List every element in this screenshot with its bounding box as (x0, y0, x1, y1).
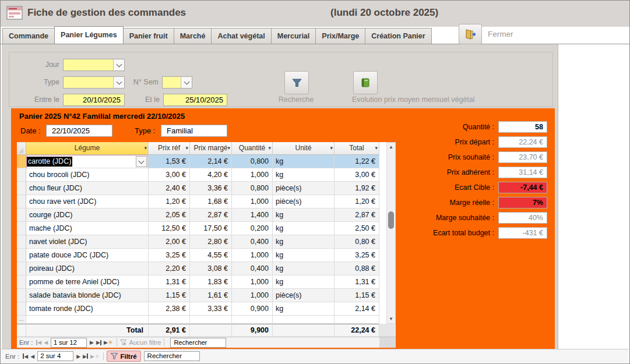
close-form-button[interactable] (459, 24, 482, 44)
previous-record-button[interactable]: ◀ (44, 340, 48, 345)
column-header-prix-ref[interactable]: Prix réf▾ (149, 142, 190, 155)
unite-cell[interactable]: pièce(s) (273, 195, 335, 208)
row-selector[interactable] (17, 235, 26, 249)
quantite-cell[interactable]: 0,800 (232, 155, 273, 168)
table-row[interactable]: salade batavia blonde (JDC) salade batav… (17, 289, 396, 302)
prix-ref-cell[interactable]: 1,31 € (149, 275, 190, 289)
chevron-down-icon[interactable] (181, 77, 192, 88)
tab[interactable]: Marché (174, 28, 212, 44)
table-row[interactable]: patate douce JDC (JDC) patate douce JDC … (17, 249, 396, 262)
quantite-cell[interactable]: 0,400 (232, 262, 273, 275)
unite-cell[interactable]: pièce(s) (273, 289, 335, 302)
table-row[interactable]: chou rave vert (JDC) chou rave vert (JDC… (17, 195, 396, 208)
row-selector[interactable] (17, 222, 26, 235)
prix-marge-cell[interactable]: 4,55 € (190, 249, 232, 262)
row-selector[interactable] (17, 289, 26, 302)
scroll-down-icon[interactable]: ▼ (387, 314, 395, 323)
total-cell[interactable]: 1,92 € (335, 182, 379, 195)
next-record-button[interactable]: ▶ (76, 354, 80, 359)
prix-marge-cell[interactable]: 4,20 € (190, 168, 232, 182)
legume-cell[interactable]: navet violet (JDC) navet violet (JDC) (26, 235, 149, 249)
total-cell[interactable]: 3,25 € (335, 249, 379, 262)
date-debut-field[interactable]: 20/10/2025 (63, 94, 125, 106)
tab[interactable]: Commande (2, 28, 55, 44)
new-record-button[interactable]: ▶✳ (90, 354, 99, 359)
legume-combo-editor[interactable]: carotte (JDC) (26, 155, 148, 168)
total-cell[interactable]: 1,20 € (335, 195, 379, 208)
quantite-cell[interactable]: 0,200 (232, 222, 273, 235)
total-cell[interactable]: 1,22 € (335, 155, 379, 168)
chevron-down-icon[interactable] (113, 59, 124, 70)
unite-cell[interactable]: kg (273, 208, 335, 222)
num-semaine-combo[interactable] (162, 76, 192, 89)
jour-combo[interactable] (63, 59, 125, 71)
form-search-input[interactable]: Rechercher (144, 351, 200, 361)
column-header-legume[interactable]: Légume▾ (26, 142, 149, 155)
record-position-box[interactable]: 2 sur 4 (37, 351, 73, 361)
quantite-cell[interactable]: 1,000 (232, 168, 273, 182)
subform-search-input[interactable]: Rechercher (170, 338, 226, 348)
prix-marge-cell[interactable]: 1,68 € (190, 195, 232, 208)
table-row[interactable]: courge (JDC) courge (JDC) 2,05 € 2,87 € … (17, 208, 396, 222)
legume-cell[interactable]: mache (JDC) mache (JDC) (26, 222, 149, 235)
prix-ref-cell[interactable]: 2,38 € (149, 302, 190, 316)
first-record-button[interactable]: ◀ (23, 354, 28, 359)
column-dropdown-icon[interactable]: ▾ (268, 142, 271, 154)
row-selector[interactable] (17, 182, 26, 195)
chevron-down-icon[interactable] (136, 156, 147, 167)
last-record-button[interactable]: ▶ (96, 340, 101, 345)
prix-ref-cell[interactable]: 2,20 € (149, 262, 190, 275)
prix-ref-cell[interactable]: 2,00 € (149, 235, 190, 249)
legume-cell[interactable]: tomate ronde (JDC) tomate ronde (JDC) (26, 302, 149, 316)
table-row[interactable]: carotte (JDC) carotte (JDC) 1,53 € 2,14 … (17, 155, 396, 168)
prix-marge-cell[interactable]: 3,33 € (190, 302, 232, 316)
column-dropdown-icon[interactable]: ▾ (144, 142, 147, 154)
table-row[interactable]: chou brocoli (JDC) chou brocoli (JDC) 3,… (17, 168, 396, 182)
prix-ref-cell[interactable]: 2,40 € (149, 182, 190, 195)
table-row[interactable]: pomme de terre Aniel (JDC) pomme de terr… (17, 275, 396, 289)
quantite-cell[interactable]: 0,400 (232, 235, 273, 249)
table-row[interactable]: mache (JDC) mache (JDC) 12,50 € 17,50 € … (17, 222, 396, 235)
prix-ref-cell[interactable]: 3,00 € (149, 168, 190, 182)
quantite-cell[interactable]: 1,000 (232, 275, 273, 289)
legume-cell[interactable]: carotte (JDC) carotte (JDC) (26, 155, 149, 168)
unite-cell[interactable]: kg (273, 155, 335, 168)
prix-ref-cell[interactable]: 1,20 € (149, 195, 190, 208)
prix-ref-cell[interactable]: 12,50 € (149, 222, 190, 235)
record-position-box[interactable]: 1 sur 12 (51, 338, 87, 348)
legume-cell[interactable]: poireau (JDC) poireau (JDC) (26, 262, 149, 275)
evolution-prix-button[interactable] (353, 71, 378, 94)
column-header-unite[interactable]: Unité▾ (273, 142, 335, 155)
unite-cell[interactable]: kg (273, 222, 335, 235)
prix-marge-cell[interactable]: 2,87 € (190, 208, 232, 222)
total-cell[interactable]: 2,50 € (335, 222, 379, 235)
unite-cell[interactable]: pièce(s) (273, 182, 335, 195)
first-record-button[interactable]: ◀ (36, 340, 41, 345)
row-selector[interactable] (17, 195, 26, 208)
next-record-button[interactable]: ▶ (90, 340, 94, 345)
prix-marge-cell[interactable]: 2,80 € (190, 235, 232, 249)
new-record-button[interactable]: ▶✳ (104, 340, 112, 345)
quantite-cell[interactable]: 0,900 (232, 302, 273, 316)
unite-cell[interactable]: kg (273, 302, 335, 316)
total-cell[interactable]: 3,00 € (335, 168, 379, 182)
total-cell[interactable]: 2,14 € (335, 302, 379, 316)
panier-date-field[interactable]: 22/10/2025 (46, 125, 112, 137)
prix-marge-cell[interactable]: 2,14 € (190, 155, 232, 168)
quantite-cell[interactable]: 1,400 (232, 208, 273, 222)
row-selector[interactable] (17, 249, 26, 262)
column-dropdown-icon[interactable]: ▾ (375, 142, 378, 154)
unite-cell[interactable]: kg (273, 168, 335, 182)
column-header-quantite[interactable]: Quantité▾ (232, 142, 273, 155)
no-filter-toggle[interactable]: Aucun filtre (120, 339, 161, 346)
legume-cell[interactable]: salade batavia blonde (JDC) salade batav… (26, 289, 149, 302)
prix-marge-cell[interactable]: 17,50 € (190, 222, 232, 235)
legume-cell[interactable]: chou rave vert (JDC) chou rave vert (JDC… (26, 195, 149, 208)
panier-type-field[interactable]: Familial (161, 125, 227, 137)
unite-cell[interactable]: kg (273, 275, 335, 289)
prix-marge-cell[interactable]: 3,36 € (190, 182, 232, 195)
prix-ref-cell[interactable]: 1,15 € (149, 289, 190, 302)
recherche-button[interactable] (284, 71, 309, 94)
total-cell[interactable]: 2,87 € (335, 208, 379, 222)
column-dropdown-icon[interactable]: ▾ (185, 142, 188, 154)
